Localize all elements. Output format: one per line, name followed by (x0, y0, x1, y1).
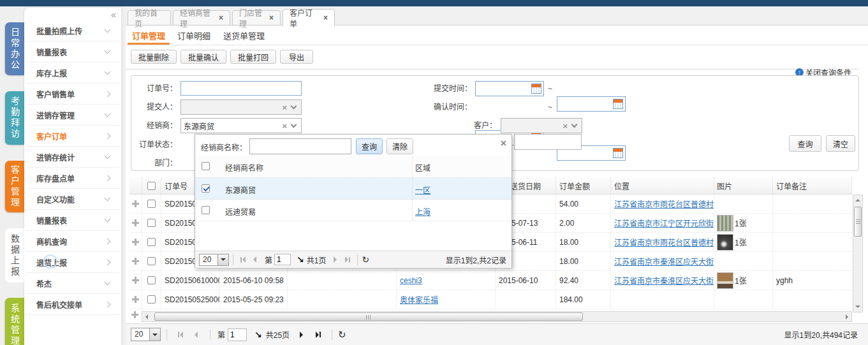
go-page-icon[interactable]: ↘ (254, 330, 262, 340)
sidebar-item-customer-order[interactable]: 客户订单 (26, 126, 120, 147)
submit-time-to-input[interactable] (557, 96, 626, 112)
customer-link[interactable]: 奥体家乐福 (400, 294, 438, 305)
drag-handle-icon[interactable] (132, 277, 139, 284)
sidebar-item-aftersales-handover[interactable]: 售后机交接单 (26, 294, 120, 315)
popup-refresh-icon[interactable]: ↻ (362, 254, 369, 265)
chevron-down-icon[interactable] (291, 103, 297, 110)
sidebar-item-sales-report[interactable]: 销量报表 (26, 41, 120, 62)
last-page-button[interactable] (316, 332, 321, 338)
close-icon[interactable]: × (219, 13, 223, 22)
popup-col-dealer-name[interactable]: 经销商名称 (225, 162, 263, 173)
drag-handle-icon[interactable] (132, 258, 139, 265)
export-button[interactable]: 导出 (280, 50, 313, 64)
popup-col-region[interactable]: 区域 (415, 162, 430, 173)
sidebar-collapse-icon[interactable]: « (107, 9, 120, 20)
tab-store-mgmt[interactable]: 门店管理× (232, 10, 281, 26)
region-link[interactable]: 上海 (415, 206, 430, 217)
page-number-input[interactable] (228, 328, 247, 341)
module-tab-attendance-visit[interactable]: 考勤拜访 (5, 91, 24, 145)
next-page-button[interactable] (300, 332, 303, 338)
table-row[interactable]: SD201505250003 2015-05-25 09:23 奥体家乐福 18… (129, 290, 852, 309)
dealer-name-input[interactable] (249, 138, 351, 154)
close-icon[interactable]: × (269, 13, 274, 22)
sidebar-item-business-inquiry[interactable]: 商机查询 (26, 231, 120, 252)
row-checkbox[interactable] (147, 200, 156, 208)
popup-select-all-checkbox[interactable] (202, 162, 210, 170)
chevron-down-icon[interactable] (571, 122, 578, 128)
submit-time-from-input[interactable] (475, 81, 544, 96)
popup-row-dealer[interactable]: 远迪贸易 上海 (195, 200, 511, 221)
subtab-order-mgmt[interactable]: 订单管理 (132, 29, 165, 42)
go-page-icon[interactable]: ↘ (297, 254, 304, 265)
photo-thumbnail[interactable] (717, 272, 733, 289)
tab-customer-order[interactable]: 客户订单× (283, 9, 335, 26)
row-checkbox[interactable] (147, 276, 156, 284)
photo-thumbnail[interactable] (717, 234, 733, 251)
popup-next-page-button[interactable] (334, 256, 337, 263)
sidebar-item-stocktaking[interactable]: 库存盘点单 (26, 168, 120, 189)
batch-reject-button[interactable]: 批量打回 (230, 50, 276, 64)
popup-row-checkbox[interactable] (202, 206, 210, 214)
sidebar-item-sales-report-2[interactable]: 销量报表 (26, 210, 120, 231)
row-checkbox[interactable] (147, 238, 156, 246)
select-dropdown-button[interactable] (218, 254, 229, 266)
customer-link[interactable]: ceshi3 (400, 276, 422, 285)
clear-x-icon[interactable]: × (282, 103, 287, 112)
location-link[interactable]: 江苏省南京市江宁区开元欣街 (614, 217, 714, 228)
photo-thumbnail[interactable] (717, 215, 733, 231)
module-tab-system-mgmt[interactable]: 系统管理 (5, 298, 24, 345)
customer-combo[interactable]: × (501, 118, 582, 133)
first-page-button[interactable] (178, 332, 183, 338)
calendar-icon[interactable] (613, 148, 623, 158)
close-icon[interactable]: × (323, 13, 328, 22)
location-link[interactable]: 江苏省南京市秦淮区应天大街388 (614, 275, 714, 286)
location-link[interactable]: 江苏省南京市雨花台区普德村路 (614, 237, 714, 247)
row-checkbox[interactable] (147, 219, 156, 227)
calendar-icon[interactable] (613, 99, 623, 109)
location-link[interactable]: 江苏省南京市秦淮区应天大街388 (614, 256, 714, 267)
popup-page-number-input[interactable] (274, 254, 291, 265)
batch-delete-button[interactable]: 批量删除 (131, 50, 177, 64)
col-header-image[interactable]: 图片 (714, 177, 773, 194)
module-tab-data-report[interactable]: 数据上报 (5, 228, 24, 283)
col-header-remark[interactable]: 订单备注 (773, 177, 852, 194)
batch-confirm-button[interactable]: 批量确认 (180, 50, 226, 64)
chevron-down-icon[interactable] (291, 122, 297, 128)
popup-row-checkbox[interactable] (202, 184, 210, 193)
hscroll-thumb[interactable] (154, 312, 583, 321)
form-clear-button[interactable]: 清空 (826, 135, 855, 152)
sidebar-item-custom-function[interactable]: 自定义功能 (26, 189, 120, 210)
sidebar-item-xijie[interactable]: 希杰 (26, 273, 120, 294)
submitter-combo[interactable]: × (180, 99, 302, 115)
drag-handle-icon[interactable] (132, 200, 139, 207)
calendar-icon[interactable] (531, 84, 541, 94)
sidebar-item-return-report[interactable]: 退货上报 (26, 252, 120, 273)
clear-x-icon[interactable]: × (282, 121, 287, 131)
refresh-icon[interactable]: ↻ (338, 329, 346, 341)
table-row[interactable]: SD201506100001 2015-06-10 09:58 ceshi3 2… (129, 271, 852, 290)
tab-dealer-mgmt[interactable]: 经销商管理× (173, 10, 230, 26)
col-header-location[interactable]: 位置 (611, 177, 714, 194)
vertical-scrollbar[interactable] (853, 195, 863, 312)
popup-search-button[interactable]: 查询 (356, 138, 383, 154)
row-checkbox[interactable] (147, 257, 156, 265)
drag-handle-icon[interactable] (132, 219, 139, 226)
tab-my-home[interactable]: 我的首页 (128, 10, 171, 26)
popup-prev-page-button[interactable] (253, 256, 256, 263)
popup-page-size-select[interactable]: 20 (199, 254, 229, 266)
dealer-combo[interactable]: 东源商贸× (180, 118, 302, 133)
drag-handle-icon[interactable] (132, 296, 139, 303)
popup-close-icon[interactable]: × (501, 138, 506, 149)
horizontal-scrollbar[interactable] (142, 311, 852, 322)
order-no-input[interactable] (180, 81, 302, 96)
select-dropdown-button[interactable] (150, 328, 161, 341)
popup-last-page-button[interactable] (345, 256, 350, 263)
row-checkbox[interactable] (147, 295, 156, 304)
drag-handle-icon[interactable] (132, 239, 139, 246)
status-extra-input[interactable] (514, 134, 582, 150)
vscroll-thumb[interactable] (854, 207, 862, 237)
subtab-order-detail[interactable]: 订单明细 (177, 29, 210, 42)
subtab-delivery-note-mgmt[interactable]: 送货单管理 (223, 29, 265, 42)
sidebar-item-customer-sales-order[interactable]: 客户销售单 (26, 84, 120, 105)
scroll-left-arrow[interactable] (145, 314, 148, 319)
